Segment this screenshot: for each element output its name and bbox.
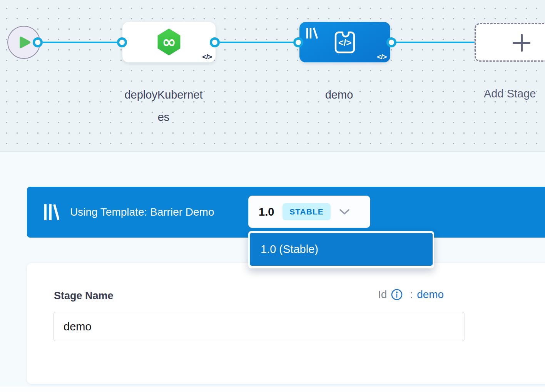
stable-badge: STABLE <box>283 203 330 220</box>
edge-line <box>215 42 298 43</box>
connector-dot[interactable] <box>386 37 396 47</box>
template-banner-text: Using Template: Barrier Demo <box>70 206 214 218</box>
id-label: Id <box>378 288 387 301</box>
stage-node-demo[interactable]: </> </> <box>299 22 390 62</box>
stage-id-value: demo <box>417 288 444 301</box>
template-library-icon <box>43 203 59 221</box>
using-template-banner: Using Template: Barrier Demo 1.0 STABLE <box>27 187 545 238</box>
stage-overview-card: Stage Name Id : demo <box>27 263 545 384</box>
stage-name-label: Stage Name <box>54 290 114 302</box>
edge-line <box>391 42 476 43</box>
code-icon[interactable]: </> <box>377 53 386 61</box>
edge-line <box>38 42 122 43</box>
stage-id-row: Id : demo <box>378 288 444 301</box>
custom-stage-icon: </> <box>329 27 360 58</box>
version-option-stable[interactable]: 1.0 (Stable) <box>250 233 433 266</box>
template-version-select[interactable]: 1.0 STABLE <box>248 196 370 228</box>
connector-dot[interactable] <box>33 37 43 47</box>
connector-dot[interactable] <box>293 37 303 47</box>
info-icon[interactable] <box>391 288 403 301</box>
deploy-stage-hexagon-icon: ∞ <box>157 28 181 55</box>
page-bottom <box>0 387 545 392</box>
add-stage-node[interactable] <box>475 23 545 62</box>
connector-dot[interactable] <box>210 37 220 47</box>
id-separator: : <box>410 288 413 301</box>
add-stage-label: Add Stage <box>484 87 536 101</box>
stage-label-deploykubernetes: deployKubernetes <box>123 84 204 128</box>
infinity-icon: ∞ <box>162 30 176 54</box>
pipeline-canvas[interactable]: ∞ </> </> </> deployKubernet <box>0 0 545 152</box>
version-dropdown-menu: 1.0 (Stable) <box>248 231 434 268</box>
play-icon <box>19 36 31 49</box>
stage-label-demo: demo <box>318 88 360 102</box>
version-number: 1.0 <box>259 206 274 218</box>
code-icon[interactable]: </> <box>202 53 212 61</box>
template-library-icon <box>306 27 319 39</box>
stage-name-input[interactable] <box>53 312 465 341</box>
pipeline-studio: ∞ </> </> </> deployKubernet <box>0 0 545 392</box>
chevron-down-icon[interactable] <box>339 209 350 215</box>
connector-dot[interactable] <box>117 37 127 47</box>
code-glyph: </> <box>338 37 352 48</box>
stage-node-deploykubernetes[interactable]: ∞ </> <box>122 22 216 62</box>
